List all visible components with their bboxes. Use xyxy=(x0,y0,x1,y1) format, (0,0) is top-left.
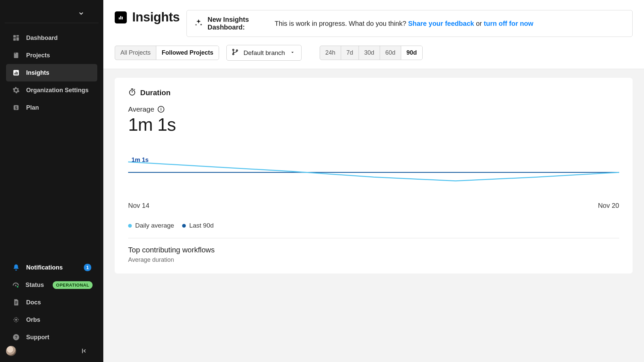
banner-heading: New Insights Dashboard: xyxy=(208,16,268,31)
svg-rect-14 xyxy=(15,302,17,303)
svg-line-37 xyxy=(134,89,135,90)
sidebar-item-projects[interactable]: Projects xyxy=(6,47,97,64)
range-90d[interactable]: 90d xyxy=(401,46,422,60)
card-title-text: Duration xyxy=(140,88,170,97)
sidebar-nav-secondary: Notifications 1 Status OPERATIONAL Docs xyxy=(0,259,103,346)
top-workflows-section: Top contributing workflows Average durat… xyxy=(128,246,619,263)
page-title: Insights xyxy=(132,10,180,24)
info-icon[interactable]: i xyxy=(158,106,164,113)
sidebar-item-label: Organization Settings xyxy=(26,87,89,94)
svg-rect-30 xyxy=(122,16,123,19)
svg-point-23 xyxy=(14,321,15,321)
collapse-icon xyxy=(80,348,87,354)
chart-legend: Daily average Last 90d xyxy=(128,222,619,238)
scope-all-projects[interactable]: All Projects xyxy=(115,46,156,60)
sidebar: Dashboard Projects Insights Organization… xyxy=(0,0,103,362)
main-content: Insights New Insights Dashboard: This is… xyxy=(103,0,644,362)
duration-chart: 1m 1s Nov 14 Nov 20 xyxy=(128,145,619,215)
branch-selector-value: Default branch xyxy=(244,49,285,57)
svg-point-19 xyxy=(16,317,17,318)
banner-text-middle: or xyxy=(474,20,484,27)
dashboard-icon xyxy=(12,34,20,42)
avatar[interactable] xyxy=(6,346,16,356)
svg-point-17 xyxy=(13,319,14,320)
turn-off-link[interactable]: turn off for now xyxy=(484,20,533,27)
caret-down-icon xyxy=(290,49,295,57)
range-7d[interactable]: 7d xyxy=(341,46,359,60)
sidebar-item-label: Notifications xyxy=(26,264,63,271)
branch-selector[interactable]: Default branch xyxy=(226,45,302,61)
sidebar-spacer xyxy=(0,116,103,259)
org-switcher-toggle[interactable] xyxy=(76,9,86,18)
svg-point-20 xyxy=(16,321,17,322)
sidebar-item-insights[interactable]: Insights xyxy=(6,64,97,81)
svg-point-33 xyxy=(236,50,238,51)
sparkle-icon xyxy=(194,18,203,29)
svg-rect-28 xyxy=(119,17,120,19)
x-axis-start: Nov 14 xyxy=(128,202,149,209)
content-area: Duration Average i 1m 1s 1m 1s Nov 14 No… xyxy=(103,69,644,362)
range-30d[interactable]: 30d xyxy=(359,46,380,60)
sidebar-item-orbs[interactable]: Orbs xyxy=(6,311,97,328)
gauge-icon xyxy=(12,281,19,289)
stopwatch-icon xyxy=(128,88,136,98)
svg-rect-4 xyxy=(14,53,18,58)
dollar-icon: $ xyxy=(12,104,20,112)
banner-text-prefix: This is work in progress. What do you th… xyxy=(275,20,408,27)
time-range-group: 24h 7d 30d 60d 90d xyxy=(320,46,423,60)
sidebar-item-status[interactable]: Status OPERATIONAL xyxy=(6,276,97,294)
stat-label-row: Average i xyxy=(128,105,619,113)
gear-icon xyxy=(12,86,20,94)
top-workflows-heading: Top contributing workflows xyxy=(128,246,619,254)
sidebar-item-label: Plan xyxy=(26,104,39,111)
chevron-down-icon xyxy=(78,10,85,17)
sidebar-item-label: Orbs xyxy=(26,316,40,323)
sidebar-item-notifications[interactable]: Notifications 1 xyxy=(6,259,97,276)
sidebar-item-label: Status xyxy=(25,282,44,289)
svg-rect-0 xyxy=(13,35,16,38)
range-24h[interactable]: 24h xyxy=(320,46,341,60)
average-stat: Average i 1m 1s xyxy=(128,105,619,135)
svg-point-31 xyxy=(233,49,234,51)
legend-dot-last90d-icon xyxy=(182,224,186,228)
collapse-sidebar-button[interactable] xyxy=(79,346,89,356)
sidebar-bottom xyxy=(0,346,103,362)
scope-followed-projects[interactable]: Followed Projects xyxy=(156,46,219,60)
orb-icon xyxy=(12,316,20,324)
range-60d[interactable]: 60d xyxy=(380,46,401,60)
sidebar-divider xyxy=(5,23,99,23)
svg-rect-15 xyxy=(15,304,17,304)
filters-toolbar: All Projects Followed Projects Default b… xyxy=(103,45,644,69)
svg-point-24 xyxy=(17,321,18,321)
svg-point-21 xyxy=(14,318,15,318)
doc-icon xyxy=(12,298,20,306)
sidebar-item-plan[interactable]: $ Plan xyxy=(6,99,97,116)
notifications-count-badge: 1 xyxy=(84,264,91,271)
sidebar-item-docs[interactable]: Docs xyxy=(6,294,97,311)
legend-last90d: Last 90d xyxy=(182,222,214,229)
projects-icon xyxy=(12,51,20,59)
sidebar-item-support[interactable]: ? Support xyxy=(6,328,97,346)
sidebar-item-dashboard[interactable]: Dashboard xyxy=(6,29,97,47)
x-axis-end: Nov 20 xyxy=(598,202,619,209)
banner-body: This is work in progress. What do you th… xyxy=(275,19,533,28)
app-root: Dashboard Projects Insights Organization… xyxy=(0,0,644,362)
sidebar-item-org-settings[interactable]: Organization Settings xyxy=(6,81,97,99)
insights-icon xyxy=(12,69,20,77)
share-feedback-link[interactable]: Share your feedback xyxy=(408,20,474,27)
banner-heading-wrap: New Insights Dashboard: xyxy=(194,16,268,31)
svg-rect-3 xyxy=(13,38,16,41)
svg-point-16 xyxy=(15,319,17,321)
project-scope-group: All Projects Followed Projects xyxy=(115,46,219,60)
legend-daily-label: Daily average xyxy=(135,222,174,229)
average-line-label: 1m 1s xyxy=(131,157,149,164)
legend-dot-daily-icon xyxy=(128,224,132,228)
duration-card: Duration Average i 1m 1s 1m 1s Nov 14 No… xyxy=(115,78,633,274)
top-workflows-subheading: Average duration xyxy=(128,256,619,263)
svg-rect-13 xyxy=(15,301,17,302)
page-title-wrap: Insights xyxy=(115,10,180,24)
sidebar-item-label: Docs xyxy=(26,299,41,306)
sidebar-item-label: Insights xyxy=(26,69,49,76)
sidebar-item-label: Support xyxy=(26,334,49,341)
svg-rect-8 xyxy=(16,71,16,74)
